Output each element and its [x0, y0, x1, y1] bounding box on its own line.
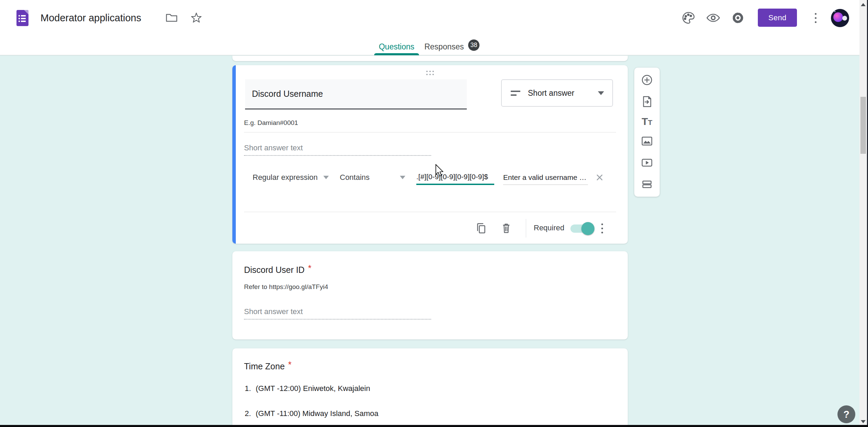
chevron-down-icon [323, 176, 329, 179]
required-toggle[interactable] [570, 224, 592, 233]
divider [526, 219, 526, 238]
close-icon [593, 171, 606, 184]
question-title: Time Zone* [244, 361, 291, 371]
google-forms-editor: Moderator applications [0, 0, 868, 427]
add-video-button[interactable] [640, 156, 654, 170]
remove-validation-button[interactable] [593, 171, 606, 184]
form-title[interactable]: Moderator applications [40, 12, 141, 24]
list-item[interactable]: 1. (GMT -12:00) Eniwetok, Kwajalein [245, 384, 370, 393]
send-button[interactable]: Send [758, 9, 797, 27]
more-options-button[interactable] [808, 10, 823, 25]
star-button[interactable] [189, 10, 204, 25]
app-header: Moderator applications [0, 0, 868, 55]
add-section-icon [640, 177, 654, 191]
star-icon [189, 11, 203, 25]
browser-scrollbar[interactable] [859, 0, 867, 427]
import-questions-button[interactable] [640, 95, 654, 108]
question-type-select[interactable]: Short answer [501, 79, 613, 107]
question-card-discord-user-id[interactable]: Discord User ID* Refer to https://goo.gl… [232, 251, 628, 339]
add-video-icon [640, 156, 654, 170]
question-title: Discord User ID* [244, 265, 311, 275]
question-description: Refer to https://goo.gl/aTFyi4 [244, 283, 328, 291]
add-question-button[interactable] [640, 73, 654, 87]
window-bottom-edge [0, 425, 868, 427]
question-title-input[interactable]: Discord Username [245, 79, 467, 109]
scrollbar-thumb[interactable] [860, 97, 866, 154]
duplicate-question-button[interactable] [474, 221, 488, 235]
forms-logo-icon[interactable] [16, 10, 28, 26]
validation-pattern-input[interactable]: .[#][0-9][0-9][0-9][0-9]$ [416, 170, 494, 185]
account-avatar[interactable] [831, 9, 849, 27]
add-title-button[interactable]: TT [641, 116, 652, 127]
divider [244, 132, 616, 132]
validation-error-text-input[interactable]: Enter a valid username with… [503, 171, 588, 185]
divider [244, 212, 616, 212]
duplicate-icon [474, 221, 488, 235]
tab-responses[interactable]: Responses [425, 40, 463, 54]
preview-button[interactable] [706, 10, 721, 25]
required-asterisk: * [288, 360, 292, 369]
validation-condition-dropdown[interactable]: Contains [340, 170, 405, 185]
required-asterisk: * [308, 263, 311, 273]
help-button[interactable]: ? [837, 405, 855, 423]
settings-gear-icon [731, 11, 745, 25]
active-tab-underline [374, 53, 419, 55]
delete-question-button[interactable] [499, 221, 513, 235]
validation-type-dropdown[interactable]: Regular expression [253, 170, 329, 185]
import-questions-icon [640, 95, 654, 108]
palette-icon [681, 11, 696, 25]
question-card-discord-username: Discord Username Short answer E.g. Damia… [232, 65, 628, 244]
active-question-indicator [232, 65, 236, 244]
add-image-button[interactable] [640, 134, 654, 148]
add-question-icon [640, 73, 654, 87]
question-description[interactable]: E.g. Damian#0001 [244, 119, 298, 127]
scroll-down-arrow-icon[interactable] [861, 420, 866, 423]
tab-questions[interactable]: Questions [374, 40, 419, 54]
answer-underline [244, 155, 431, 156]
move-to-folder-button[interactable] [164, 10, 179, 25]
scroll-up-arrow-icon[interactable] [861, 3, 866, 6]
more-vertical-icon [601, 223, 603, 233]
answer-placeholder[interactable]: Short answer text [244, 143, 303, 152]
responses-count-badge: 38 [468, 39, 479, 51]
add-title-icon: TT [641, 120, 652, 126]
short-answer-icon [511, 91, 520, 96]
chevron-down-icon [400, 176, 405, 179]
previous-question-card-partial[interactable] [232, 56, 628, 61]
add-image-icon [640, 134, 654, 148]
question-toolbar: TT [634, 68, 660, 197]
list-item[interactable]: 2. (GMT -11:00) Midway Island, Samoa [245, 409, 378, 418]
question-card-time-zone[interactable]: Time Zone* 1. (GMT -12:00) Eniwetok, Kwa… [232, 348, 628, 427]
settings-button[interactable] [730, 10, 745, 25]
question-more-options-button[interactable] [597, 221, 607, 235]
required-label: Required [534, 223, 564, 232]
trash-icon [499, 221, 513, 235]
drag-handle-icon[interactable] [426, 71, 434, 75]
answer-underline [244, 319, 431, 320]
preview-eye-icon [706, 11, 720, 25]
customize-theme-button[interactable] [681, 10, 696, 25]
add-section-button[interactable] [640, 177, 654, 191]
answer-placeholder: Short answer text [244, 307, 303, 316]
folder-icon [165, 11, 178, 25]
more-vertical-icon [815, 13, 817, 23]
chevron-down-icon [598, 91, 604, 95]
